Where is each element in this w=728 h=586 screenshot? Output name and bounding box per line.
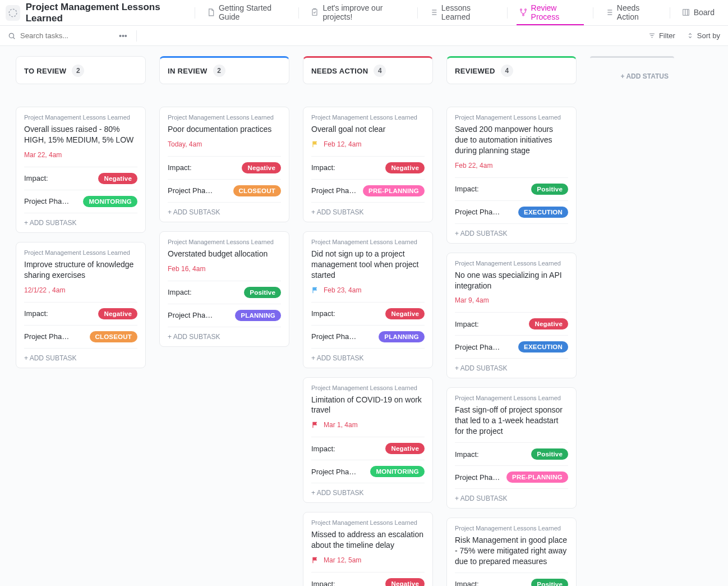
column-header[interactable]: IN REVIEW 2 xyxy=(159,56,289,84)
column-header[interactable]: TO REVIEW 2 xyxy=(16,56,146,84)
card-title: Fast sign-off of project sponsor that le… xyxy=(455,405,568,437)
impact-tag[interactable]: Positive xyxy=(244,287,281,298)
sort-button[interactable]: Sort by xyxy=(686,31,720,40)
add-subtask-button[interactable]: + ADD SUBTASK xyxy=(311,348,425,368)
search-input[interactable] xyxy=(20,31,110,40)
tab-improve-projects[interactable]: Let's improve our projects! xyxy=(302,0,414,26)
impact-tag[interactable]: Negative xyxy=(385,308,425,319)
card-date: Mar 1, 4am xyxy=(324,421,358,429)
impact-row: Impact: Negative xyxy=(311,156,425,179)
task-card[interactable]: Project Management Lessons Learned Poor … xyxy=(159,107,289,222)
sort-icon xyxy=(686,32,694,39)
impact-row: Impact: Negative xyxy=(311,572,425,586)
impact-tag[interactable]: Negative xyxy=(98,308,137,319)
card-title: No one was specializing in API integrati… xyxy=(455,270,568,291)
task-card[interactable]: Project Management Lessons Learned Risk … xyxy=(446,518,577,586)
impact-row: Impact: Positive xyxy=(168,281,281,304)
card-title: Overstated budget allocation xyxy=(168,249,281,259)
add-subtask-button[interactable]: + ADD SUBTASK xyxy=(311,202,425,222)
impact-label: Impact: xyxy=(168,288,192,296)
tab-needs-action[interactable]: Needs Action xyxy=(597,0,666,26)
search-wrap xyxy=(8,31,110,40)
task-card[interactable]: Project Management Lessons Learned Overa… xyxy=(303,107,433,222)
tab-label: Needs Action xyxy=(617,3,658,21)
impact-tag[interactable]: Negative xyxy=(385,578,425,586)
filter-button[interactable]: Filter xyxy=(648,31,675,40)
impact-tag[interactable]: Negative xyxy=(242,162,281,173)
impact-label: Impact: xyxy=(455,320,479,328)
card-project: Project Management Lessons Learned xyxy=(168,114,281,121)
impact-tag[interactable]: Positive xyxy=(531,448,568,460)
add-subtask-button[interactable]: + ADD SUBTASK xyxy=(24,348,137,368)
search-icon xyxy=(8,32,16,40)
impact-row: Impact: Negative xyxy=(455,312,568,335)
card-title: Risk Management in good place - 75% were… xyxy=(455,535,568,567)
impact-label: Impact: xyxy=(311,309,335,318)
phase-tag[interactable]: EXECUTION xyxy=(518,341,568,352)
impact-label: Impact: xyxy=(24,309,48,318)
add-subtask-button[interactable]: + ADD SUBTASK xyxy=(455,488,568,508)
card-project: Project Management Lessons Learned xyxy=(455,260,568,267)
tab-label: Getting Started Guide xyxy=(219,3,288,21)
column-header[interactable]: NEEDS ACTION 4 xyxy=(303,56,433,84)
card-title: Saved 200 manpower hours due to automati… xyxy=(455,124,568,156)
more-menu[interactable]: ••• xyxy=(116,31,131,40)
card-title: Missed to address an escalation about th… xyxy=(311,529,425,551)
phase-label: Project Pha… xyxy=(455,473,500,482)
add-subtask-button[interactable]: + ADD SUBTASK xyxy=(168,327,281,346)
phase-tag[interactable]: CLOSEOUT xyxy=(233,185,282,196)
card-project: Project Management Lessons Learned xyxy=(24,114,137,121)
phase-tag[interactable]: MONITORING xyxy=(370,466,425,477)
column-name: REVIEWED xyxy=(455,67,495,75)
impact-tag[interactable]: Negative xyxy=(98,173,137,184)
phase-label: Project Pha… xyxy=(455,343,500,351)
svg-point-3 xyxy=(524,9,526,11)
impact-label: Impact: xyxy=(455,185,479,193)
task-card[interactable]: Project Management Lessons Learned Fast … xyxy=(446,387,577,509)
phase-row: Project Pha… PRE-PLANNING xyxy=(455,465,568,488)
add-subtask-button[interactable]: + ADD SUBTASK xyxy=(455,358,568,378)
phase-tag[interactable]: PLANNING xyxy=(235,310,281,321)
branch-icon xyxy=(519,8,528,17)
add-subtask-button[interactable]: + ADD SUBTASK xyxy=(24,213,137,232)
add-subtask-button[interactable]: + ADD SUBTASK xyxy=(455,223,568,243)
task-card[interactable]: Project Management Lessons Learned Saved… xyxy=(446,107,577,244)
task-card[interactable]: Project Management Lessons Learned Misse… xyxy=(303,512,433,586)
phase-tag[interactable]: PRE-PLANNING xyxy=(506,471,568,483)
task-card[interactable]: Project Management Lessons Learned Overa… xyxy=(16,107,146,233)
impact-row: Impact: Negative xyxy=(24,167,137,190)
add-subtask-button[interactable]: + ADD SUBTASK xyxy=(168,202,281,222)
tab-lessons-learned[interactable]: Lessons Learned xyxy=(421,0,504,26)
phase-tag[interactable]: EXECUTION xyxy=(518,207,568,218)
impact-tag[interactable]: Negative xyxy=(385,162,425,173)
task-card[interactable]: Project Management Lessons Learned No on… xyxy=(446,253,577,379)
add-status-button[interactable]: + ADD STATUS xyxy=(590,56,674,87)
phase-tag[interactable]: PRE-PLANNING xyxy=(363,185,425,196)
impact-tag[interactable]: Positive xyxy=(531,184,568,195)
phase-row: Project Pha… EXECUTION xyxy=(455,200,568,223)
tab-review-process[interactable]: Review Process xyxy=(511,0,589,26)
card-project: Project Management Lessons Learned xyxy=(311,384,425,391)
board-column: IN REVIEW 2 Project Management Lessons L… xyxy=(159,56,289,356)
task-card[interactable]: Project Management Lessons Learned Did n… xyxy=(303,231,433,368)
task-card[interactable]: Project Management Lessons Learned Impro… xyxy=(16,242,146,368)
phase-label: Project Pha… xyxy=(168,311,213,319)
phase-tag[interactable]: CLOSEOUT xyxy=(90,331,138,342)
flag-icon xyxy=(311,421,319,429)
impact-label: Impact: xyxy=(24,174,48,182)
phase-tag[interactable]: MONITORING xyxy=(83,196,137,207)
filter-label: Filter xyxy=(659,31,675,40)
tab-label: Let's improve our projects! xyxy=(322,3,406,21)
task-card[interactable]: Project Management Lessons Learned Limit… xyxy=(303,377,433,503)
tab-label: Board xyxy=(694,8,715,17)
impact-tag[interactable]: Positive xyxy=(531,579,568,586)
card-date: Mar 12, 5am xyxy=(324,556,361,564)
tab-getting-started[interactable]: Getting Started Guide xyxy=(199,0,296,26)
add-subtask-button[interactable]: + ADD SUBTASK xyxy=(311,483,425,502)
impact-tag[interactable]: Negative xyxy=(385,443,425,454)
task-card[interactable]: Project Management Lessons Learned Overs… xyxy=(159,231,289,347)
tab-board[interactable]: Board xyxy=(674,0,722,26)
impact-tag[interactable]: Negative xyxy=(529,318,568,329)
column-header[interactable]: REVIEWED 4 xyxy=(446,56,577,84)
phase-tag[interactable]: PLANNING xyxy=(379,331,425,342)
